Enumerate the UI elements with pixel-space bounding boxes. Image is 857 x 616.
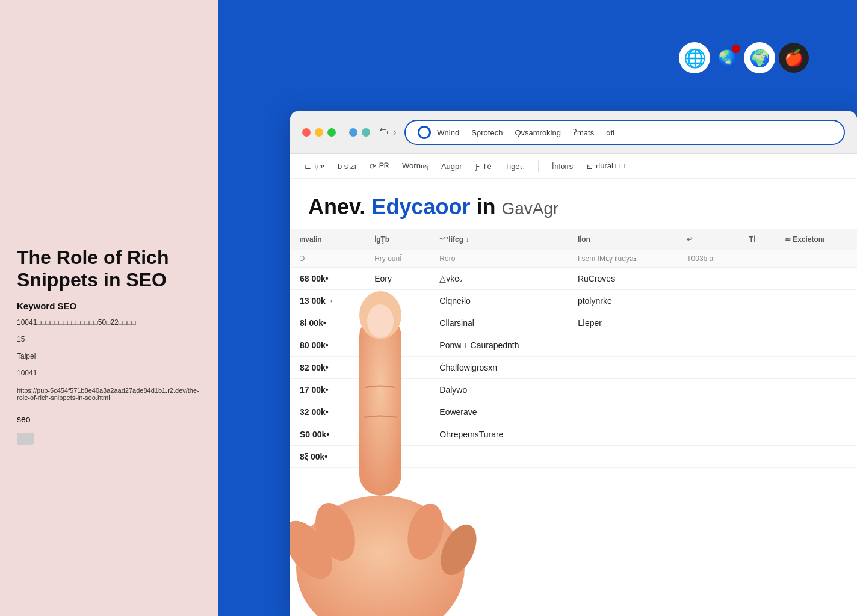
toolbar-item-worn[interactable]: Wornᵫᵢ [402,161,428,171]
browser-icon-2: 🌏 [714,45,740,71]
svg-point-5 [433,519,483,581]
col-header-1: ᵢnvalin [290,229,365,250]
cell-col3: Eowerave [430,401,568,424]
cell-col3: Dalywo [430,379,568,401]
table-row: 32 00k• Bory Eowerave [290,401,857,424]
article-url[interactable]: https://pub-5c454f571b8e40a3a2aad27ade84… [17,387,201,401]
table-row: 13 00k→ Byrg Clqneɨlo ptolynrke [290,290,857,312]
article-tag: seo [17,414,201,424]
table-body: 68 00k• Eory △vkeᵥ RuCroves 13 00k→ Byrg… [290,268,857,468]
cell-vol: 80 00k• [290,334,365,357]
toolbar-item-augpr[interactable]: Augpr [441,162,462,171]
svg-point-0 [296,496,465,616]
cell-col8 [775,268,857,290]
left-panel: The Role of Rich Snippets in SEO Keyword… [0,0,218,616]
page-header: Anev. Edycaoor in GavAgr [290,179,857,229]
cell-col3: OhrepemsTurare [430,424,568,446]
table-row: 68 00k• Eory △vkeᵥ RuCroves [290,268,857,290]
cell-col3: Ponw□_Caurapednth [430,334,568,357]
toolbar-item-1[interactable]: ⊏ ᶖᴄᴘ [305,161,324,171]
svg-point-6 [290,513,342,588]
extra-dot-blue [349,128,357,137]
address-bar[interactable]: Wnind Sρrotech Qvsamroking ʔmats αtl [404,120,845,145]
table-row: 8ξ 00k• [290,446,857,468]
minimize-button[interactable] [315,128,323,137]
cell-vol: 32 00k• [290,401,365,424]
toolbar-icon-ural: ⊾ [586,162,593,171]
col-header-6 [713,229,740,250]
cell-vol: S0 00k• [290,424,365,446]
table-row: 82 00k• Bury Ćhalfowigrosxn [290,357,857,379]
traffic-lights [302,128,370,137]
article-title: The Role of Rich Snippets in SEO [17,247,201,291]
cell-type: Bury [365,357,430,379]
browser-icons: 🌐 🌏 🌍 🍎 [679,42,809,73]
cell-type: Rylg [365,379,430,401]
toolbar-item-2[interactable]: b s zı [338,162,356,171]
cell-type: Egry [365,312,430,334]
site-icon [418,126,431,139]
toolbar-icon-te: Ƒ [475,162,480,171]
cell-vol: 13 00k→ [290,290,365,312]
table-row: S0 00k• Nillv OhrepemsTurare [290,424,857,446]
browser-window: ⮌ › Wnind Sρrotech Qvsamroking ʔmats αtl… [290,111,857,616]
cell-vol: 68 00k• [290,268,365,290]
cell-col3: Clqneɨlo [430,290,568,312]
title-anev: Anev. [308,194,365,219]
cell-col4: Ⅼⅼeper [568,312,677,334]
cell-vol: 17 00k• [290,379,365,401]
cell-vol: 82 00k• [290,357,365,379]
cell-col3: △vkeᵥ [430,268,568,290]
browser-icon-1: 🌐 [679,42,710,73]
col-header-2: ⅼgŢb [365,229,430,250]
forward-icon[interactable]: › [393,127,396,138]
col-header-7: Tⅼ [740,229,775,250]
toolbar-item-te[interactable]: Ƒ Tě [475,162,492,171]
browser-toolbar: ⊏ ᶖᴄᴘ b s zı ⟳ ᏢᏒ Wornᵫᵢ Augpr Ƒ Tě Tige… [290,154,857,179]
browser-icon-3: 🌍 [744,42,775,73]
close-button[interactable] [302,128,311,137]
cell-col3: Cllarsinal [430,312,568,334]
table-row: 17 00k• Rylg Dalywo [290,379,857,401]
cell-col4: RuCroves [568,268,677,290]
address-text: Wnind Sρrotech Qvsamroking ʔmats αtl [437,128,614,137]
page-title: Anev. Edycaoor in GavAgr [308,194,839,220]
table-subheader-row: Ͻ Hry ounĪ Roro I sem IMɛγ iludya₁ T003b… [290,250,857,268]
browser-chrome: ⮌ › Wnind Sρrotech Qvsamroking ʔmats αtl [290,111,857,154]
article-meta-3: Taipei [17,351,201,362]
toolbar-item-nloirs[interactable]: ⅼnloirs [552,162,573,171]
maximize-button[interactable] [327,128,336,137]
cell-type: Eory [365,268,430,290]
toolbar-divider [538,160,539,172]
title-in: in [476,194,495,219]
table-row: 8l 00k• Egry Cllarsinal Ⅼⅼeper [290,312,857,334]
cell-col5 [677,268,713,290]
toolbar-icon-3: ⟳ [370,162,376,171]
addr-part-3: Qvsamroking [515,128,561,137]
toolbar-item-3[interactable]: ⟳ ᏢᏒ [370,161,389,171]
cell-type: Bylg [365,334,430,357]
toolbar-icon-1: ⊏ [305,162,311,171]
table-header-row: ᵢnvalin ⅼgŢb ~¹²lifcg ↓ lⅼon ↵ Tⅼ ≃ Exci… [290,229,857,250]
article-subtitle: Keyword SEO [17,301,201,311]
article-meta-4: 10041 [17,368,201,378]
addr-part-4: ʔmats [573,128,594,137]
svg-point-4 [402,499,450,564]
addr-part-5: αtl [606,128,614,137]
addr-part-2: Sρrotech [471,128,503,137]
cell-col3: Ćhalfowigrosxn [430,357,568,379]
toolbar-item-tiger[interactable]: Tigeᵥ. [505,162,525,171]
article-meta-1: 10041□□□□□□□□□□□□□□50□22□□□□ [17,317,201,328]
svg-point-3 [308,497,363,566]
toolbar-item-ural[interactable]: ⊾ ᵲlural □□ [586,161,625,171]
cell-col6 [713,268,740,290]
data-table: ᵢnvalin ⅼgŢb ~¹²lifcg ↓ lⅼon ↵ Tⅼ ≃ Exci… [290,229,857,468]
col-header-4: lⅼon [568,229,677,250]
back-icon[interactable]: ⮌ [379,127,388,138]
cell-col4: ptolynrke [568,290,677,312]
article-meta-2: 15 [17,334,201,345]
cell-type: Byrg [365,290,430,312]
title-edycaoor: Edycaoor [371,194,470,219]
title-gavagr: GavAgr [501,199,558,218]
addr-part-1: Wnind [437,128,459,137]
